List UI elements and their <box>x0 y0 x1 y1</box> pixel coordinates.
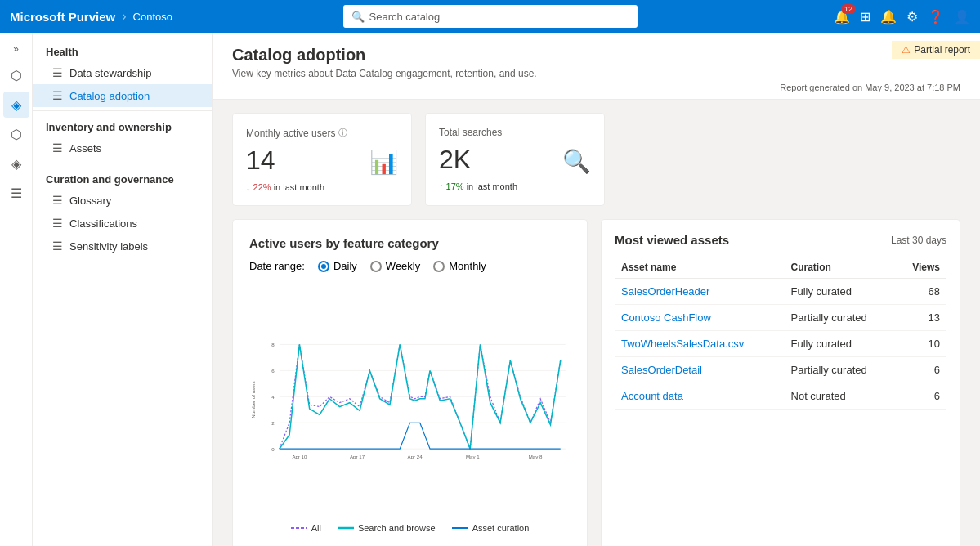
sidebar-item-assets[interactable]: ☰ Assets <box>33 136 212 159</box>
assets-icon: ☰ <box>52 141 63 154</box>
asset-name-2[interactable]: TwoWheelsSalesData.csv <box>615 331 785 357</box>
sidebar-item-label: Catalog adoption <box>69 90 150 102</box>
views-2: 10 <box>896 331 946 357</box>
table-header-row: Most viewed assets Last 30 days <box>615 233 946 247</box>
partial-report-label: Partial report <box>914 44 970 56</box>
svg-text:Number of users: Number of users <box>250 381 256 418</box>
profile-button[interactable]: 👤 <box>954 9 970 25</box>
rail-icon-more[interactable]: ☰ <box>3 180 29 206</box>
views-0: 68 <box>896 279 946 305</box>
radio-weekly-label: Weekly <box>386 260 420 272</box>
svg-text:May 1: May 1 <box>466 454 480 459</box>
col-asset-name: Asset name <box>615 257 785 279</box>
legend-all: All <box>291 523 321 533</box>
curation-3: Partially curated <box>785 357 896 383</box>
table-header: Asset name Curation Views <box>615 257 946 279</box>
sidebar-item-sensitivity-labels[interactable]: ☰ Sensitivity labels <box>33 235 212 257</box>
asset-curation-line <box>280 423 561 449</box>
notification-badge: 12 <box>841 4 856 14</box>
sidebar-item-data-stewardship[interactable]: ☰ Data stewardship <box>33 61 212 84</box>
chart-panel: Active users by feature category Date ra… <box>232 219 588 546</box>
total-searches-value: 2K <box>439 145 471 175</box>
metric-cards-row: Monthly active users ⓘ 14 📊 ↓ 22% in las… <box>213 100 980 219</box>
warning-icon: ⚠ <box>902 44 911 56</box>
active-users-card: Monthly active users ⓘ 14 📊 ↓ 22% in las… <box>232 113 412 206</box>
sidebar-item-label: Sensitivity labels <box>69 240 148 253</box>
settings-button[interactable]: ⚙ <box>906 9 918 25</box>
svg-text:Apr 17: Apr 17 <box>350 454 365 459</box>
radio-group: Daily Weekly Monthly <box>318 260 486 272</box>
apps-button[interactable]: ⊞ <box>860 9 870 25</box>
radio-monthly-circle <box>433 261 445 272</box>
catalog-adoption-icon: ☰ <box>52 89 63 102</box>
sidebar-item-classifications[interactable]: ☰ Classifications <box>33 212 212 235</box>
help-button[interactable]: ❓ <box>928 9 944 25</box>
top-nav-right: 🔔 12 ⊞ 🔔 ⚙ ❓ 👤 <box>834 9 970 25</box>
radio-monthly-label: Monthly <box>449 260 486 272</box>
bar-chart-icon: 📊 <box>369 149 398 176</box>
notifications-button[interactable]: 🔔 12 <box>834 9 850 25</box>
top-nav: Microsoft Purview › Contoso 🔍 Search cat… <box>0 0 980 33</box>
sidebar-item-label: Assets <box>69 142 101 154</box>
total-searches-card: Total searches 2K 🔍 ↑ 17% in last month <box>425 113 605 206</box>
table-row: SalesOrderHeader Fully curated 68 <box>615 279 946 305</box>
line-chart: 8 6 4 2 0 Number of users Apr 10 Apr 17 … <box>249 285 571 514</box>
svg-text:4: 4 <box>271 394 275 400</box>
table-row: SalesOrderDetail Partially curated 6 <box>615 357 946 383</box>
asset-name-1[interactable]: Contoso CashFlow <box>615 305 785 331</box>
nav-separator: › <box>122 9 126 24</box>
rail-icon-governance[interactable]: ⬡ <box>3 121 29 147</box>
table-row: Contoso CashFlow Partially curated 13 <box>615 305 946 331</box>
page-title: Catalog adoption <box>232 46 960 65</box>
radio-monthly[interactable]: Monthly <box>433 260 486 272</box>
col-curation: Curation <box>785 257 896 279</box>
search-bar[interactable]: 🔍 Search catalog <box>343 5 638 28</box>
views-1: 13 <box>896 305 946 331</box>
active-users-value: 14 <box>246 145 275 176</box>
up-arrow-icon: ↑ <box>439 181 444 191</box>
legend-search-browse-icon <box>338 525 354 531</box>
sidebar-item-catalog-adoption[interactable]: ☰ Catalog adoption <box>33 84 212 107</box>
sidebar: Health ☰ Data stewardship ☰ Catalog adop… <box>33 33 213 546</box>
legend-search-browse: Search and browse <box>338 523 436 533</box>
asset-name-0[interactable]: SalesOrderHeader <box>615 279 785 305</box>
sidebar-item-glossary[interactable]: ☰ Glossary <box>33 189 212 212</box>
page-header: ⚠ Partial report Catalog adoption View k… <box>213 33 980 100</box>
table-title: Most viewed assets <box>615 233 729 247</box>
svg-text:0: 0 <box>271 446 275 452</box>
radio-daily-circle <box>318 261 329 272</box>
alerts-button[interactable]: 🔔 <box>880 9 897 25</box>
content-panels: Active users by feature category Date ra… <box>213 219 980 546</box>
glossary-icon: ☰ <box>52 194 63 207</box>
sidebar-divider-1 <box>33 110 212 111</box>
rail-icon-catalog[interactable]: ◈ <box>3 92 29 118</box>
partial-report-banner: ⚠ Partial report <box>892 41 980 59</box>
svg-text:8: 8 <box>271 342 275 347</box>
chart-title: Active users by feature category <box>249 236 571 250</box>
sidebar-curation-header: Curation and governance <box>33 167 212 189</box>
legend-asset-curation-label: Asset curation <box>472 523 530 533</box>
sensitivity-labels-icon: ☰ <box>52 239 63 253</box>
active-users-change: ↓ 22% in last month <box>246 182 398 192</box>
curation-0: Fully curated <box>785 279 896 305</box>
main-content: ⚠ Partial report Catalog adoption View k… <box>213 33 980 546</box>
asset-name-3[interactable]: SalesOrderDetail <box>615 357 785 383</box>
legend-all-label: All <box>311 523 321 533</box>
radio-weekly[interactable]: Weekly <box>370 260 420 272</box>
asset-name-4[interactable]: Account data <box>615 383 785 410</box>
views-4: 6 <box>896 383 946 410</box>
app-logo: Microsoft Purview <box>10 10 115 24</box>
svg-text:May 8: May 8 <box>529 454 543 459</box>
classifications-icon: ☰ <box>52 217 63 230</box>
down-arrow-icon: ↓ <box>246 182 251 192</box>
data-stewardship-icon: ☰ <box>52 66 63 79</box>
page-subtitle: View key metrics about Data Catalog enga… <box>232 68 960 79</box>
info-icon: ⓘ <box>338 127 347 139</box>
rail-icon-home[interactable]: ⬡ <box>3 62 29 88</box>
date-range-row: Date range: Daily Weekly Monthly <box>249 260 571 272</box>
rail-icon-insights[interactable]: ◈ <box>3 150 29 177</box>
expand-rail-button[interactable]: » <box>3 39 29 59</box>
search-icon: 🔍 <box>351 11 365 23</box>
most-viewed-panel: Most viewed assets Last 30 days Asset na… <box>601 219 960 546</box>
radio-daily[interactable]: Daily <box>318 260 357 272</box>
